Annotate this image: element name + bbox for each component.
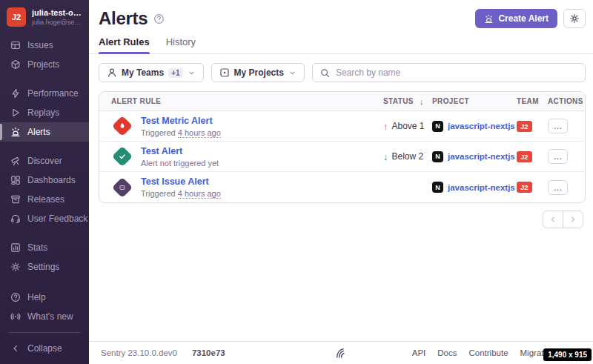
trigger-time[interactable]: 4 hours ago — [178, 189, 221, 199]
org-switcher[interactable]: J2 julia-test-org-2 … julia.hoge@sentry.… — [0, 7, 89, 27]
status-cell: ↑Above 1 — [383, 121, 432, 131]
column-team: Team — [517, 97, 548, 105]
status-label: Above 1 — [392, 121, 425, 131]
stats-icon — [10, 242, 21, 253]
page-title: Alerts — [99, 9, 148, 28]
my-projects-filter-button[interactable]: My Projects — [211, 63, 305, 82]
alert-rule-row: Test Issue AlertTriggered 4 hours agoNja… — [99, 172, 585, 202]
project-cell: Njavascript-nextjs — [432, 182, 517, 193]
project-link[interactable]: javascript-nextjs — [448, 183, 515, 192]
sidebar-item-dashboards[interactable]: Dashboards — [0, 171, 89, 190]
search-input[interactable] — [336, 67, 577, 78]
project-icon — [219, 67, 230, 78]
collapse-icon — [10, 343, 21, 354]
alert-rule-subtext: Triggered 4 hours ago — [141, 128, 221, 137]
footer-link-api[interactable]: API — [412, 348, 426, 357]
sidebar-item-help[interactable]: Help — [0, 288, 89, 307]
alert-rule-link[interactable]: Test Alert — [141, 146, 219, 156]
sentry-logo-icon[interactable] — [336, 348, 347, 359]
previous-page-button[interactable] — [543, 211, 563, 228]
create-alert-button[interactable]: Create Alert — [475, 9, 557, 28]
my-teams-filter-button[interactable]: My Teams +1 — [99, 63, 204, 82]
sidebar-item-alerts[interactable]: Alerts — [0, 122, 89, 142]
sidebar-item-label: User Feedback — [27, 214, 87, 224]
team-badge[interactable]: J2 — [517, 182, 532, 193]
alert-rule-row: Test Metric AlertTriggered 4 hours ago↑A… — [99, 111, 585, 142]
project-link[interactable]: javascript-nextjs — [448, 122, 515, 130]
teams-extra-badge: +1 — [168, 68, 182, 78]
sidebar-item-label: Help — [27, 292, 46, 302]
sidebar-item-performance[interactable]: Performance — [0, 84, 89, 103]
resolved-alert-icon — [112, 146, 133, 167]
sidebar-item-label: Issues — [27, 40, 53, 50]
app-window: J2 julia-test-org-2 … julia.hoge@sentry.… — [0, 0, 593, 364]
column-project: Project — [432, 97, 517, 105]
user-feedback-icon — [10, 214, 21, 224]
performance-icon — [10, 88, 21, 99]
sidebar-item-label: Performance — [27, 88, 79, 99]
footer-link-docs[interactable]: Docs — [437, 348, 457, 357]
sidebar-item-label: Discover — [27, 156, 62, 166]
team-badge[interactable]: J2 — [517, 121, 532, 132]
sidebar-item-what-s-new[interactable]: What's new — [0, 307, 89, 326]
sidebar-collapse-button[interactable]: Collapse — [0, 339, 89, 358]
footer-version: Sentry 23.10.0.dev0 — [101, 348, 177, 357]
alert-rules-table: Alert Rule Status↓ Project Team Actions — [99, 91, 586, 203]
chevron-down-icon — [188, 69, 196, 77]
row-actions-button[interactable]: … — [548, 119, 568, 133]
sidebar-item-releases[interactable]: Releases — [0, 190, 89, 209]
siren-icon — [484, 14, 494, 24]
help-circle-icon[interactable] — [153, 13, 165, 24]
footer-build-hash[interactable]: 7310e73 — [192, 348, 225, 357]
tabs: Alert Rules History — [99, 36, 586, 53]
project-link[interactable]: javascript-nextjs — [448, 152, 515, 161]
column-status[interactable]: Status↓ — [383, 97, 432, 106]
team-badge[interactable]: J2 — [517, 151, 532, 162]
sidebar-item-label: Settings — [27, 262, 59, 272]
sidebar-item-label: Dashboards — [27, 175, 76, 185]
page-body: My Teams +1 My Projects Alert Rul — [89, 54, 593, 341]
table-body: Test Metric AlertTriggered 4 hours ago↑A… — [99, 111, 585, 202]
sidebar-item-settings[interactable]: Settings — [0, 257, 89, 277]
tab-history[interactable]: History — [166, 36, 196, 53]
issue-alert-icon — [112, 177, 133, 198]
search-icon — [320, 68, 330, 78]
gear-icon — [569, 13, 580, 24]
alert-rule-link[interactable]: Test Issue Alert — [141, 176, 221, 187]
nextjs-platform-icon: N — [432, 151, 443, 162]
chevron-down-icon — [288, 69, 296, 77]
main-content: Alerts Create Alert Alert Rules History — [89, 0, 593, 364]
filter-row: My Teams +1 My Projects — [99, 63, 586, 82]
nextjs-platform-icon: N — [432, 121, 443, 132]
sidebar-nav: IssuesProjectsPerformanceReplaysAlertsDi… — [0, 36, 89, 286]
user-icon — [107, 67, 117, 78]
org-avatar: J2 — [7, 7, 26, 27]
alerts-settings-button[interactable] — [563, 9, 586, 28]
metric-alert-icon — [112, 116, 133, 136]
tab-alert-rules[interactable]: Alert Rules — [99, 36, 150, 53]
whats-new-icon — [10, 311, 21, 322]
discover-icon — [10, 156, 21, 166]
nav-group: PerformanceReplaysAlerts — [0, 84, 89, 142]
trigger-time[interactable]: 4 hours ago — [178, 128, 221, 138]
trend-up-icon: ↑ — [383, 122, 388, 131]
org-email: julia.hoge@sentry.io — [32, 19, 82, 26]
sidebar-item-user-feedback[interactable]: User Feedback — [0, 209, 89, 228]
sidebar-item-label: Alerts — [27, 127, 50, 137]
sidebar-item-stats[interactable]: Stats — [0, 238, 89, 257]
footer-link-contribute[interactable]: Contribute — [468, 348, 508, 357]
project-cell: Njavascript-nextjs — [432, 151, 517, 162]
sidebar-item-label: Releases — [27, 194, 64, 205]
next-page-button[interactable] — [563, 211, 583, 228]
sidebar-item-projects[interactable]: Projects — [0, 55, 89, 74]
row-actions-button[interactable]: … — [548, 149, 568, 164]
sidebar-item-label: What's new — [27, 311, 73, 322]
sidebar-item-replays[interactable]: Replays — [0, 103, 89, 122]
page-header: Alerts Create Alert Alert Rules History — [89, 0, 593, 54]
releases-icon — [10, 194, 21, 205]
sidebar-item-issues[interactable]: Issues — [0, 36, 89, 55]
alert-rule-link[interactable]: Test Metric Alert — [141, 116, 221, 126]
row-actions-button[interactable]: … — [548, 180, 568, 195]
column-alert-rule: Alert Rule — [111, 97, 383, 105]
sidebar-item-discover[interactable]: Discover — [0, 151, 89, 171]
